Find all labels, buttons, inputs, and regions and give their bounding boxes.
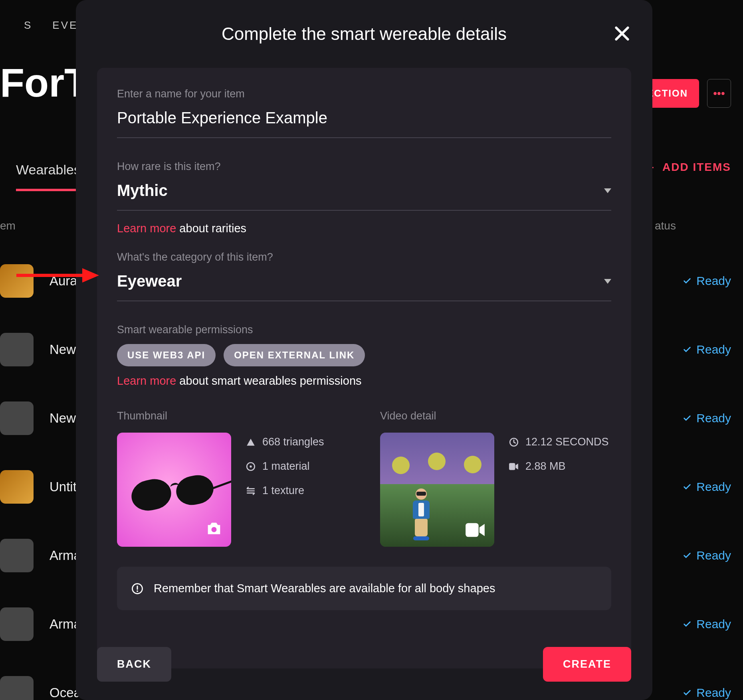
texture-icon [246, 486, 256, 496]
item-name: Aura [50, 273, 77, 289]
permission-chips: USE WEB3 API OPEN EXTERNAL LINK [117, 344, 611, 366]
item-thumb [0, 539, 34, 572]
details-modal: Complete the smart wereable details Ente… [76, 0, 652, 700]
info-icon [131, 583, 143, 595]
rarity-select[interactable]: Mythic [117, 177, 611, 211]
stat-filesize: 2.88 MB [509, 460, 609, 473]
svg-point-2 [250, 465, 252, 467]
close-button[interactable] [613, 25, 631, 42]
item-thumb [0, 676, 34, 700]
camera-icon [205, 520, 223, 538]
item-thumb [0, 470, 34, 504]
chevron-down-icon [604, 188, 611, 193]
nav-item[interactable]: S [24, 19, 32, 32]
more-button[interactable]: ••• [707, 79, 731, 108]
perm-chip-web3[interactable]: USE WEB3 API [117, 344, 216, 366]
perm-chip-external[interactable]: OPEN EXTERNAL LINK [224, 344, 365, 366]
rarity-value: Mythic [117, 182, 168, 200]
back-button[interactable]: BACK [97, 647, 171, 682]
permissions-label: Smart wearable permissions [117, 324, 611, 336]
table-col-status: atus [655, 219, 676, 232]
rarities-text: about rarities [176, 222, 246, 235]
item-thumb [0, 333, 34, 366]
item-name: Untit [50, 479, 77, 494]
thumbnail-stats: 668 triangles 1 material 1 texture [246, 433, 324, 547]
sunglasses-icon [129, 461, 222, 524]
info-notice: Remember that Smart Wearables are availa… [117, 567, 611, 610]
status-ready: Ready [683, 411, 731, 425]
triangle-icon [246, 437, 256, 447]
item-thumb [0, 607, 34, 641]
learn-more-rarities-link[interactable]: Learn more [117, 222, 176, 235]
media-section: Thumbnail 668 triangles [117, 410, 611, 547]
add-items-button[interactable]: ＋ ADD ITEMS [645, 160, 731, 175]
item-thumb [0, 401, 34, 435]
avatar-icon [411, 488, 431, 539]
video-stats: 12.12 SECONDS 2.88 MB [509, 433, 609, 547]
permissions-text: about smart wearables permissions [176, 374, 361, 387]
item-name: New [50, 411, 76, 426]
category-label: What's the category of this item? [117, 251, 611, 263]
video-solid-icon [509, 461, 519, 472]
stat-materials: 1 material [246, 460, 324, 473]
status-ready: Ready [683, 274, 731, 288]
stat-triangles: 668 triangles [246, 436, 324, 448]
close-icon [613, 25, 631, 42]
name-label: Enter a name for your item [117, 88, 611, 100]
svg-point-8 [137, 590, 138, 592]
clock-icon [509, 437, 519, 447]
rarity-label: How rare is this item? [117, 160, 611, 173]
thumbnail-column: Thumbnail 668 triangles [117, 410, 348, 547]
video-column: Video detail [380, 410, 611, 547]
notice-text: Remember that Smart Wearables are availa… [154, 582, 495, 595]
status-ready: Ready [683, 549, 731, 562]
video-preview[interactable] [380, 433, 494, 547]
material-icon [246, 461, 256, 472]
thumbnail-heading: Thumbnail [117, 410, 348, 422]
video-icon [465, 522, 485, 538]
table-col-item: em [0, 219, 16, 232]
svg-point-0 [211, 527, 216, 532]
status-ready: Ready [683, 343, 731, 356]
status-ready: Ready [683, 617, 731, 631]
tab-wearables[interactable]: Wearables [16, 162, 81, 191]
modal-title: Complete the smart wereable details [222, 24, 507, 44]
add-items-label: ADD ITEMS [662, 161, 731, 174]
create-button[interactable]: CREATE [543, 647, 631, 682]
category-select[interactable]: Eyewear [117, 267, 611, 301]
svg-rect-3 [466, 523, 479, 537]
thumbnail-preview[interactable] [117, 433, 231, 547]
item-name-input[interactable] [117, 104, 611, 138]
video-heading: Video detail [380, 410, 611, 422]
item-thumb [0, 264, 34, 298]
learn-more-permissions-link[interactable]: Learn more [117, 374, 176, 387]
chevron-down-icon [604, 279, 611, 284]
status-ready: Ready [683, 480, 731, 494]
modal-header: Complete the smart wereable details [76, 0, 652, 68]
modal-footer: BACK CREATE [97, 647, 631, 682]
modal-body: Enter a name for your item How rare is t… [97, 68, 631, 668]
svg-rect-5 [509, 463, 515, 470]
item-name: New [50, 342, 76, 357]
status-ready: Ready [683, 686, 731, 700]
stat-textures: 1 texture [246, 484, 324, 497]
category-value: Eyewear [117, 272, 182, 290]
stat-duration: 12.12 SECONDS [509, 436, 609, 448]
